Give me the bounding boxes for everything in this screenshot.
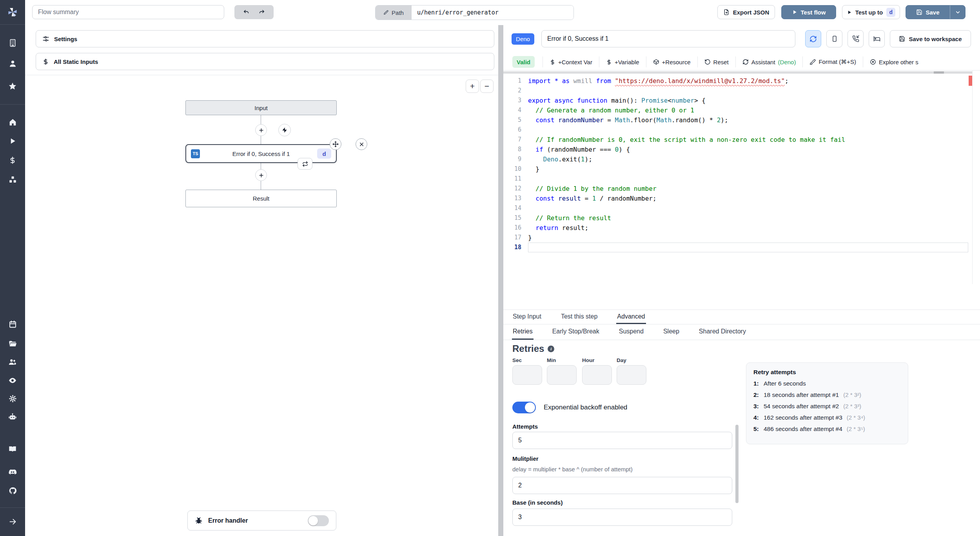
code-line[interactable]: 12 // Divide 1 by the random number bbox=[503, 184, 968, 194]
error-handler-toggle[interactable] bbox=[308, 515, 329, 526]
sidebar-item-settings[interactable] bbox=[0, 395, 25, 403]
attempts-input[interactable] bbox=[512, 432, 732, 449]
tab-step-input[interactable]: Step Input bbox=[512, 310, 542, 324]
sidebar-item-groups[interactable] bbox=[0, 358, 25, 366]
zoom-in-button[interactable]: + bbox=[466, 80, 479, 93]
path-chip[interactable]: Path bbox=[376, 5, 412, 20]
undo-button[interactable] bbox=[243, 9, 250, 16]
editor-horizontal-scrollbar[interactable] bbox=[503, 71, 972, 74]
sidebar-item-user[interactable] bbox=[0, 60, 25, 68]
code-line[interactable]: 9 Deno.exit(1); bbox=[503, 154, 968, 164]
sync-code-button[interactable] bbox=[805, 30, 821, 47]
github-icon[interactable] bbox=[0, 487, 25, 495]
exponential-backoff-toggle[interactable] bbox=[512, 402, 536, 413]
code-line[interactable]: 6 bbox=[503, 125, 968, 135]
tab-suspend[interactable]: Suspend bbox=[618, 324, 644, 340]
retry-indicator-button[interactable] bbox=[298, 158, 312, 170]
code-editor[interactable]: 1import * as wmill from "https://deno.la… bbox=[503, 71, 973, 284]
discord-icon[interactable] bbox=[0, 468, 25, 476]
code-line[interactable]: 8 if (randomNumber === 0) { bbox=[503, 145, 968, 154]
tab-sleep[interactable]: Sleep bbox=[662, 324, 680, 340]
sidebar-item-runs[interactable] bbox=[0, 137, 25, 145]
tab-advanced[interactable]: Advanced bbox=[616, 310, 646, 324]
save-dropdown-button[interactable] bbox=[950, 5, 965, 19]
code-line[interactable]: 2 bbox=[503, 86, 968, 96]
error-handler-label: Error handler bbox=[208, 517, 302, 524]
min-input[interactable] bbox=[547, 365, 577, 385]
test-flow-label: Test flow bbox=[801, 9, 826, 16]
hour-input[interactable] bbox=[582, 365, 612, 385]
code-line[interactable]: 1import * as wmill from "https://deno.la… bbox=[503, 76, 968, 86]
tab-shared-directory[interactable]: Shared Directory bbox=[698, 324, 747, 340]
test-flow-button[interactable]: Test flow bbox=[781, 5, 836, 19]
zoom-out-button[interactable]: − bbox=[480, 80, 494, 93]
step-node-selected[interactable]: TS Error if 0, Success if 1 d bbox=[185, 144, 337, 163]
delete-step-button[interactable] bbox=[356, 138, 367, 150]
fullscreen-editor-button[interactable] bbox=[826, 30, 842, 47]
format-button[interactable]: Format (⌘+S) bbox=[803, 58, 862, 65]
sidebar-item-audit-logs[interactable] bbox=[0, 376, 25, 385]
code-line[interactable]: 13 const result = 1 / randomNumber; bbox=[503, 194, 968, 203]
sleep-step-button[interactable] bbox=[869, 30, 885, 47]
code-line[interactable]: 5 const randomNumber = Math.floor(Math.r… bbox=[503, 115, 968, 125]
save-to-workspace-button[interactable]: Save to workspace bbox=[890, 30, 971, 47]
input-node[interactable]: Input bbox=[185, 100, 337, 115]
static-inputs-row[interactable]: All Static Inputs bbox=[36, 53, 494, 70]
insert-step-button[interactable] bbox=[255, 124, 267, 136]
sidebar-item-docs[interactable] bbox=[0, 445, 25, 453]
tab-early-stop[interactable]: Early Stop/Break bbox=[552, 324, 600, 340]
code-line[interactable]: 11 bbox=[503, 174, 968, 184]
windmill-logo-icon[interactable] bbox=[0, 7, 25, 18]
reset-button[interactable]: Reset bbox=[698, 59, 735, 65]
test-up-to-button[interactable]: Test up to d bbox=[842, 5, 900, 19]
info-icon[interactable]: i bbox=[548, 346, 554, 352]
sidebar-item-workspace[interactable] bbox=[0, 39, 25, 47]
assistant-button[interactable]: Assistant (Deno) bbox=[736, 59, 803, 65]
code-line[interactable]: 14 bbox=[503, 203, 968, 213]
code-line[interactable]: 10 } bbox=[503, 164, 968, 174]
webhook-button[interactable] bbox=[848, 30, 864, 47]
retries-scrollbar[interactable] bbox=[735, 425, 739, 503]
step-title-input[interactable] bbox=[541, 30, 795, 47]
sidebar-item-folders[interactable] bbox=[0, 339, 25, 348]
code-line[interactable]: 16 return result; bbox=[503, 223, 968, 233]
base-input[interactable] bbox=[512, 509, 732, 526]
sidebar-item-resources[interactable] bbox=[0, 176, 25, 184]
disc-icon bbox=[870, 59, 876, 65]
export-json-button[interactable]: Export JSON bbox=[717, 5, 775, 19]
code-line[interactable]: 17} bbox=[503, 233, 968, 243]
move-step-button[interactable] bbox=[330, 138, 341, 150]
sidebar-item-variables[interactable] bbox=[0, 156, 25, 164]
code-line[interactable]: 4 // Generate a random number, either 0 … bbox=[503, 105, 968, 115]
sidebar-item-home[interactable] bbox=[0, 118, 25, 126]
result-node[interactable]: Result bbox=[185, 190, 337, 207]
sidebar-item-schedules[interactable] bbox=[0, 320, 25, 328]
sidebar-collapse-arrow-icon[interactable] bbox=[0, 518, 25, 526]
tab-retries[interactable]: Retries bbox=[512, 324, 534, 340]
save-button[interactable]: Save bbox=[906, 5, 950, 19]
explore-scripts-button[interactable]: Explore other s bbox=[863, 59, 925, 65]
insert-step-button[interactable] bbox=[255, 169, 267, 181]
flow-canvas[interactable]: + − Input TS Error if 0, Success if 1 d bbox=[25, 75, 498, 536]
multiplier-input[interactable] bbox=[512, 477, 732, 494]
step-key-badge[interactable]: d bbox=[317, 148, 331, 159]
add-context-var-button[interactable]: +Context Var bbox=[543, 59, 599, 65]
panel-splitter[interactable] bbox=[498, 25, 503, 536]
path-input[interactable] bbox=[412, 5, 573, 20]
code-line[interactable]: 7 // If randomNumber is 0, exit the scri… bbox=[503, 135, 968, 145]
sidebar-item-favorites[interactable] bbox=[0, 82, 25, 91]
code-line[interactable]: 3export async function main(): Promise<n… bbox=[503, 96, 968, 105]
trigger-button[interactable] bbox=[278, 124, 291, 136]
sidebar-item-workers[interactable] bbox=[0, 413, 25, 421]
flow-settings-row[interactable]: Settings bbox=[36, 30, 494, 47]
add-variable-button[interactable]: +Variable bbox=[599, 59, 646, 65]
day-input[interactable] bbox=[617, 365, 646, 385]
tab-test-this-step[interactable]: Test this step bbox=[560, 310, 598, 324]
sec-input[interactable] bbox=[512, 365, 542, 385]
redo-button[interactable] bbox=[258, 9, 265, 16]
flow-summary-input[interactable] bbox=[32, 5, 224, 19]
add-resource-button[interactable]: +Resource bbox=[646, 59, 697, 65]
code-line[interactable]: 15 // Return the result bbox=[503, 213, 968, 223]
code-line[interactable]: 18 bbox=[503, 243, 968, 252]
error-handler-bar[interactable]: Error handler bbox=[187, 511, 336, 531]
